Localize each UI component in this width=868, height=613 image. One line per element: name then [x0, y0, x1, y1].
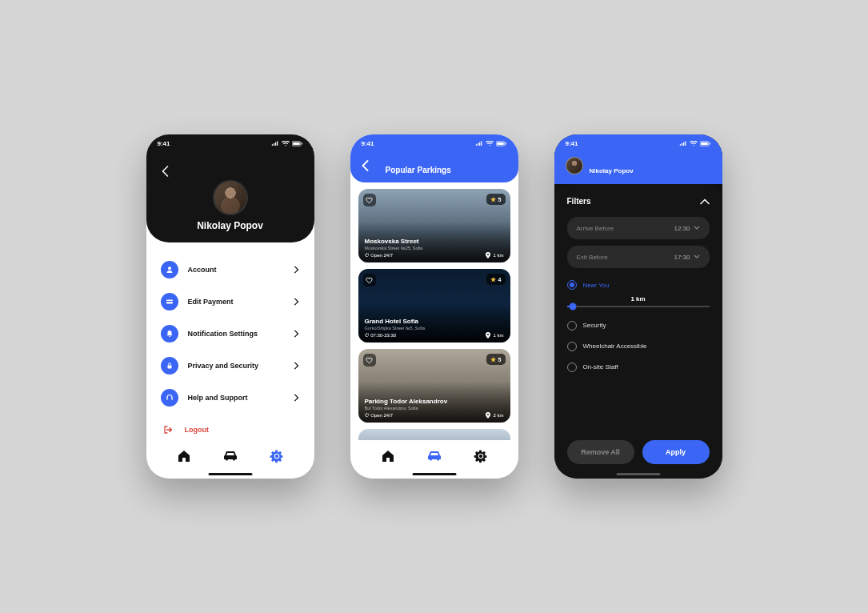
svg-rect-12: [505, 142, 506, 144]
parking-addr: Moskovska Street №25, Sofia: [365, 246, 504, 250]
star-icon: ★: [490, 356, 496, 363]
svg-rect-11: [497, 142, 504, 144]
panel-title: Filters: [567, 197, 591, 206]
user-name: Nikolay Popov: [590, 167, 634, 174]
menu-item-privacy[interactable]: Privacy and Security: [161, 350, 300, 382]
nav-settings[interactable]: [268, 447, 286, 465]
svg-rect-6: [167, 366, 171, 369]
parking-card[interactable]: ★4 Grand Hotel Sofia Gurko/Shipka Street…: [358, 269, 510, 343]
parking-list: ★5 Moskovska Street Moskovska Street №25…: [350, 182, 518, 450]
chevron-right-icon: [292, 330, 300, 338]
home-indicator: [412, 473, 456, 475]
back-button[interactable]: [362, 160, 369, 174]
nav-home[interactable]: [175, 447, 193, 465]
rating-badge: ★4: [486, 274, 506, 285]
favorite-button[interactable]: [363, 354, 376, 367]
hours: ⏱ Open 24/7: [365, 413, 394, 418]
distance-slider[interactable]: [567, 306, 710, 307]
svg-rect-16: [709, 142, 710, 144]
option-label: Security: [583, 322, 606, 329]
svg-point-3: [168, 266, 171, 270]
status-icons: [475, 141, 507, 146]
remove-all-button[interactable]: Remove All: [567, 440, 634, 464]
rating-badge: ★5: [486, 354, 506, 365]
menu-item-payment[interactable]: Edit Payment: [161, 286, 300, 318]
rating-badge: ★5: [486, 194, 506, 205]
option-staff[interactable]: On-site Staff: [567, 357, 710, 378]
parking-card[interactable]: ★5 Moskovska Street Moskovska Street №25…: [358, 189, 510, 262]
filter-actions: Remove All Apply: [567, 440, 710, 464]
panel-head[interactable]: Filters: [567, 197, 710, 206]
option-label: On-site Staff: [583, 363, 618, 371]
status-time: 9:41: [566, 140, 578, 147]
radio-icon: [567, 363, 577, 372]
settings-menu: Account Edit Payment Notification Settin…: [146, 242, 314, 446]
parking-card[interactable]: ★5 Parking Todor Aleksandrov Bul Todor A…: [358, 349, 510, 423]
option-near-you[interactable]: Near You: [567, 274, 710, 295]
chevron-up-icon: [700, 198, 710, 205]
page-title: Popular Parkings: [386, 166, 451, 174]
nav-settings[interactable]: [472, 447, 490, 465]
parking-addr: Bul Todor Alexandrov, Sofia: [365, 406, 504, 411]
lock-icon: [161, 357, 178, 375]
svg-rect-7: [166, 399, 168, 400]
phone-filters: 9:41 Nikolay Popov Filters Arrive Before…: [554, 134, 722, 479]
nav-car[interactable]: [426, 447, 443, 465]
status-bar: 9:41: [146, 134, 314, 152]
status-bar: 9:41: [350, 134, 518, 152]
menu-label: Edit Payment: [188, 298, 292, 306]
parking-addr: Gurko/Shipka Street №5, Sofia: [365, 326, 504, 331]
option-wheelchair[interactable]: Wheelchair Accessible: [567, 336, 710, 357]
chevron-right-icon: [292, 394, 300, 402]
card-meta: Grand Hotel Sofia Gurko/Shipka Street №5…: [365, 318, 504, 339]
option-label: Wheelchair Accessible: [583, 343, 647, 350]
status-time: 9:41: [158, 140, 170, 147]
radio-icon: [567, 342, 577, 351]
filters-panel: Filters Arrive Before 12:30 Exit Before …: [554, 184, 722, 479]
favorite-button[interactable]: [363, 194, 376, 206]
menu-item-notifications[interactable]: Notification Settings: [161, 318, 300, 350]
status-icons: [271, 141, 303, 146]
status-icons: [679, 141, 711, 146]
chevron-down-icon: [694, 254, 700, 259]
star-icon: ★: [490, 276, 496, 283]
exit-before[interactable]: Exit Before 17:30: [567, 246, 710, 268]
svg-rect-1: [293, 142, 300, 144]
avatar[interactable]: [566, 157, 583, 174]
arrive-before[interactable]: Arrive Before 12:30: [567, 217, 710, 239]
parking-name: Parking Todor Aleksandrov: [365, 398, 504, 405]
menu-item-account[interactable]: Account: [161, 254, 300, 286]
chevron-right-icon: [292, 266, 300, 274]
nav-car[interactable]: [222, 447, 239, 465]
phone-popular: 9:41 Popular Parkings ★5 Moskovska Stree…: [350, 134, 518, 479]
option-label: Near You: [583, 282, 610, 289]
distance: 2 km: [486, 412, 503, 419]
bell-icon: [161, 325, 178, 343]
nav-home[interactable]: [379, 447, 397, 465]
hours: ⏱ 07:30-23:30: [365, 333, 397, 338]
option-security[interactable]: Security: [567, 315, 710, 336]
svg-point-13: [478, 455, 482, 458]
svg-rect-5: [166, 301, 173, 302]
favorite-button[interactable]: [363, 274, 376, 286]
apply-button[interactable]: Apply: [642, 440, 710, 464]
card-meta: Moskovska Street Moskovska Street №25, S…: [365, 238, 504, 258]
phone-profile: 9:41 Nikolay Popov Account Edit Payment …: [146, 134, 314, 479]
logout-icon: [161, 421, 175, 439]
menu-item-help[interactable]: Help and Support: [161, 382, 300, 414]
parking-name: Moskovska Street: [365, 238, 504, 245]
headset-icon: [161, 389, 178, 407]
card-meta: Parking Todor Aleksandrov Bul Todor Alex…: [365, 398, 504, 419]
profile-name: Nikolay Popov: [197, 220, 263, 231]
star-icon: ★: [490, 196, 496, 203]
field-label: Arrive Before: [577, 225, 614, 232]
svg-rect-2: [301, 142, 302, 144]
avatar[interactable]: [213, 180, 248, 215]
field-label: Exit Before: [577, 254, 608, 261]
slider-thumb[interactable]: [569, 302, 576, 310]
distance: 1 km: [486, 332, 503, 339]
home-indicator: [208, 473, 252, 475]
menu-label: Notification Settings: [188, 330, 292, 338]
back-button[interactable]: [158, 163, 174, 179]
menu-label: Account: [188, 266, 292, 274]
